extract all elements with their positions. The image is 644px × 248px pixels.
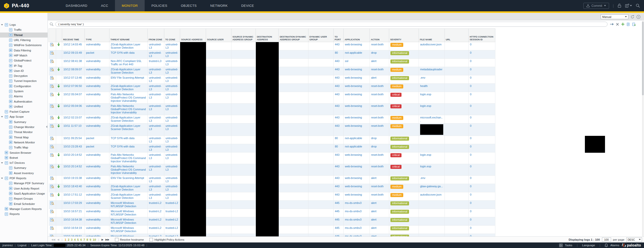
- cell-download[interactable]: [56, 152, 62, 164]
- cell-session-id[interactable]: 0: [469, 75, 495, 84]
- cell-threat-name[interactable]: Microsoft Windows NTLMSSP Detection: [109, 226, 148, 234]
- cell-source-user[interactable]: [206, 184, 231, 192]
- cell-destination-address[interactable]: [256, 152, 279, 164]
- cell-threat-name[interactable]: ZGrab Application Layer Scanner Detectio…: [109, 67, 148, 75]
- sidebar-item-manage-pdf-summary[interactable]: Manage PDF Summary: [0, 181, 48, 186]
- sidebar-item-botnet[interactable]: Botnet: [0, 155, 48, 160]
- cell-source-address[interactable]: [180, 75, 206, 84]
- cell-detail[interactable]: [49, 50, 56, 59]
- highlight-policy-actions-checkbox[interactable]: [149, 238, 153, 241]
- cell-session-id[interactable]: 0: [469, 164, 495, 176]
- cell-source-dynamic-address-group[interactable]: [231, 226, 256, 234]
- cell-type[interactable]: vulnerability: [85, 164, 109, 176]
- table-row[interactable]: 10/12 08:41:38vulnerabilityNon-RFC Compl…: [49, 59, 495, 67]
- cell-url[interactable]: [445, 226, 469, 234]
- cell-file-name[interactable]: login.esp: [419, 152, 445, 164]
- sidebar-item-app-scope[interactable]: App Scope: [0, 114, 48, 119]
- cell-destination-address[interactable]: [256, 217, 279, 226]
- cell-destination-address[interactable]: [256, 226, 279, 234]
- cell-source-address[interactable]: [180, 59, 206, 67]
- cell-receive-time[interactable]: 10/10 17:03:29: [62, 201, 85, 209]
- cell-to-port[interactable]: 443: [334, 123, 344, 136]
- sidebar-item-manage-custom-reports[interactable]: Manage Custom Reports: [0, 206, 48, 211]
- cell-url[interactable]: [445, 67, 469, 75]
- sidebar-item-network-monitor[interactable]: Network Monitor: [0, 140, 48, 145]
- cell-to-port[interactable]: 443: [334, 104, 344, 115]
- cell-to-zone[interactable]: untrusted-L3: [164, 184, 180, 192]
- log-detail-icon[interactable]: [50, 116, 54, 119]
- cell-destination-address[interactable]: [256, 136, 279, 144]
- tab-monitor[interactable]: MONITOR: [115, 0, 145, 11]
- page-number-9[interactable]: 9: [90, 238, 91, 241]
- cell-destination-address[interactable]: [256, 192, 279, 201]
- cell-action[interactable]: reset-both: [370, 67, 389, 75]
- cell-severity[interactable]: informational: [389, 136, 419, 144]
- cell-detail[interactable]: [49, 75, 56, 84]
- cell-threat-name[interactable]: ZGrab Application Layer Scanner Detectio…: [109, 42, 148, 50]
- cell-session-id[interactable]: 0: [469, 201, 495, 209]
- cell-url[interactable]: [445, 152, 469, 164]
- cell-threat-name[interactable]: Microsoft Windows NTLMSSP Detection: [109, 201, 148, 209]
- cell-action[interactable]: drop: [370, 136, 389, 144]
- cell-application[interactable]: web-browsing: [344, 115, 370, 123]
- cell-threat-name[interactable]: Palo Alto Networks GlobalProtect OS Comm…: [109, 104, 148, 115]
- commit-button[interactable]: Commit: [583, 3, 609, 9]
- cell-destination-address[interactable]: [256, 84, 279, 92]
- cell-action[interactable]: alert: [370, 176, 389, 184]
- cell-url[interactable]: [445, 84, 469, 92]
- cell-source-dynamic-address-group[interactable]: [231, 144, 256, 152]
- column-header-source-user[interactable]: SOURCE USER: [206, 29, 231, 42]
- table-row[interactable]: 10/10 17:03:29vulnerabilityMicrosoft Win…: [49, 201, 495, 209]
- cell-dynamic-user-group[interactable]: [308, 209, 334, 217]
- lock-icon[interactable]: [618, 4, 621, 8]
- cell-dynamic-user-group[interactable]: [308, 59, 334, 67]
- cell-to-zone[interactable]: untrusted-L3: [164, 75, 180, 84]
- cell-threat-name[interactable]: ENV File Scanning Attempt: [109, 176, 148, 184]
- cell-file-name[interactable]: login.esp: [419, 104, 445, 115]
- refresh-icon[interactable]: [630, 15, 634, 19]
- cell-application[interactable]: not-applicable: [344, 136, 370, 144]
- cell-dynamic-user-group[interactable]: [308, 226, 334, 234]
- next-page-icon[interactable]: ▶: [102, 238, 104, 241]
- cell-source-user[interactable]: [206, 42, 231, 50]
- cell-severity[interactable]: informational: [389, 226, 419, 234]
- sidebar-item-globalprotect[interactable]: GlobalProtect: [0, 58, 48, 63]
- cell-from-zone[interactable]: untrusted-L3: [148, 123, 164, 136]
- cell-destination-address[interactable]: [256, 209, 279, 217]
- cell-from-zone[interactable]: untrusted-L3: [148, 50, 164, 59]
- sidebar-item-threat-map[interactable]: Threat Map: [0, 135, 48, 140]
- log-detail-icon[interactable]: [50, 165, 54, 168]
- cell-receive-time[interactable]: 10/11 09:25:54: [62, 136, 85, 144]
- cell-source-address[interactable]: [180, 42, 206, 50]
- sidebar-item-decryption[interactable]: Decryption: [0, 73, 48, 78]
- cell-receive-time[interactable]: 10/12 05:04:06: [62, 104, 85, 115]
- cell-receive-time[interactable]: 10/10 16:57:21: [62, 209, 85, 217]
- cell-source-dynamic-address-group[interactable]: [231, 84, 256, 92]
- cell-to-port[interactable]: 80: [334, 136, 344, 144]
- sidebar-item-change-monitor[interactable]: Change Monitor: [0, 125, 48, 130]
- refresh-mode-select[interactable]: Manual: [601, 14, 628, 19]
- column-header-destination-address[interactable]: DESTINATION ADDRESS: [256, 29, 279, 42]
- cell-source-dynamic-address-group[interactable]: [231, 192, 256, 201]
- cell-destination-dynamic-address-group[interactable]: [279, 164, 308, 176]
- column-header-type[interactable]: TYPE: [85, 29, 109, 42]
- cell-receive-time[interactable]: 10/12 02:15:07: [62, 115, 85, 123]
- cell-detail[interactable]: [49, 92, 56, 104]
- cell-destination-address[interactable]: [256, 59, 279, 67]
- log-detail-icon[interactable]: [50, 176, 54, 180]
- cell-source-dynamic-address-group[interactable]: [231, 42, 256, 50]
- cell-source-user[interactable]: [206, 136, 231, 144]
- sidebar-item-authentication[interactable]: Authentication: [0, 99, 48, 104]
- column-header-to-zone[interactable]: TO ZONE: [164, 29, 180, 42]
- cell-severity[interactable]: informational: [389, 75, 419, 84]
- sidebar-item-saas-application-usage[interactable]: SaaS Application Usage: [0, 191, 48, 196]
- download-pcap-icon[interactable]: [57, 165, 60, 168]
- sidebar-item-pdf-reports[interactable]: PDF Reports: [0, 176, 48, 181]
- cell-severity[interactable]: critical: [389, 164, 419, 176]
- cell-to-port[interactable]: 445: [334, 226, 344, 234]
- vertical-scrollbar[interactable]: [642, 20, 644, 236]
- column-header-http-2-connection-session-id[interactable]: HTTP/2 CONNECTION SESSION ID: [469, 29, 495, 42]
- cell-threat-name[interactable]: ENV File Scanning Attempt: [109, 75, 148, 84]
- log-detail-icon[interactable]: [50, 104, 54, 108]
- chevron-down-icon[interactable]: [1, 24, 3, 25]
